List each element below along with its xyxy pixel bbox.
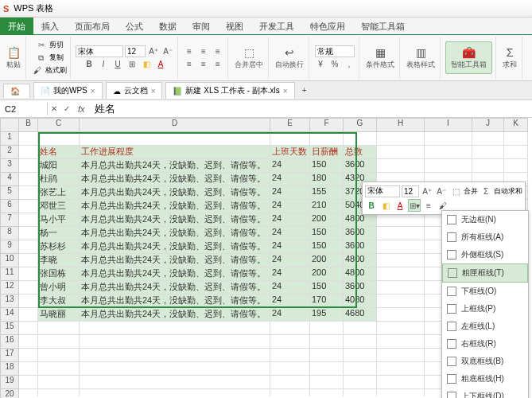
cell[interactable] <box>310 132 344 146</box>
cell[interactable] <box>270 376 310 389</box>
font-family-select[interactable] <box>76 45 123 57</box>
col-header-B[interactable]: B <box>19 118 38 132</box>
border-menu-item[interactable]: 双底框线(B) <box>442 353 528 370</box>
border-button[interactable]: ⊞ <box>126 58 138 71</box>
cell[interactable]: 155 <box>310 186 344 200</box>
cell[interactable]: 姓名 <box>38 146 80 159</box>
cell[interactable]: 170 <box>310 295 344 308</box>
cell[interactable] <box>19 213 38 227</box>
cell[interactable] <box>38 389 80 396</box>
cell[interactable]: 李晓 <box>38 254 80 267</box>
cell[interactable]: 200 <box>310 254 344 267</box>
formula-input[interactable] <box>90 101 532 116</box>
select-all-corner[interactable] <box>0 118 19 132</box>
cell[interactable] <box>344 132 377 146</box>
row-header[interactable]: 14 <box>0 308 19 322</box>
row-header[interactable]: 3 <box>0 159 19 173</box>
cell[interactable] <box>80 322 270 335</box>
cell[interactable]: 日薪酬 <box>310 146 344 159</box>
menu-开始[interactable]: 开始 <box>0 18 33 34</box>
cell[interactable] <box>310 362 344 376</box>
cell[interactable]: 本月总共出勤共24天，没缺勤、迟到、请假等。（全勤） <box>80 240 270 254</box>
format-painter-button[interactable]: 🖌 <box>31 64 44 77</box>
col-header-H[interactable]: H <box>377 118 425 132</box>
underline-button[interactable]: U <box>111 58 124 71</box>
cell[interactable]: 杜鹃 <box>38 173 80 186</box>
cell[interactable]: 4080 <box>344 295 377 308</box>
cell[interactable] <box>472 132 504 146</box>
row-header[interactable]: 19 <box>0 376 19 389</box>
mini-font-select[interactable] <box>365 185 400 197</box>
cell[interactable]: 200 <box>310 267 344 281</box>
cell[interactable] <box>377 362 425 376</box>
cell[interactable]: 城阳 <box>38 159 80 173</box>
fx-cancel-icon[interactable]: ✕ <box>48 103 60 115</box>
cell[interactable]: 24 <box>270 173 310 186</box>
doc-tab[interactable]: 🏠 <box>3 84 30 98</box>
cell[interactable]: 150 <box>310 240 344 254</box>
close-icon[interactable]: × <box>91 87 95 96</box>
fill-color-button[interactable]: ◧ <box>140 58 153 71</box>
cell[interactable] <box>377 213 425 227</box>
italic-button[interactable]: I <box>97 58 110 71</box>
cell[interactable]: 3600 <box>344 159 377 173</box>
cell[interactable] <box>310 389 344 396</box>
cell[interactable] <box>377 295 425 308</box>
cell[interactable] <box>344 349 377 362</box>
cell[interactable] <box>344 376 377 389</box>
bold-button[interactable]: B <box>83 58 95 71</box>
row-header[interactable]: 4 <box>0 173 19 186</box>
align-top-icon[interactable]: ≡ <box>183 45 196 58</box>
cell[interactable] <box>425 132 472 146</box>
cell[interactable]: 张国栋 <box>38 267 80 281</box>
cell[interactable]: 马小平 <box>38 213 80 227</box>
cell[interactable]: 本月总共出勤共24天，没缺勤、迟到、请假等。（全勤） <box>80 173 270 186</box>
cell[interactable] <box>377 322 425 335</box>
cell[interactable] <box>270 335 310 349</box>
cell[interactable]: 本月总共出勤共24天，没缺勤、迟到、请假等。（全勤） <box>80 186 270 200</box>
cell[interactable]: 24 <box>270 200 310 213</box>
menu-特色应用[interactable]: 特色应用 <box>302 18 353 34</box>
cell[interactable]: 马晓丽 <box>38 308 80 322</box>
border-menu-item[interactable]: 右框线(R) <box>442 335 528 353</box>
wrap-button[interactable]: ↩自动换行 <box>274 44 305 72</box>
smart-tools-button[interactable]: 🧰智能工具箱 <box>445 41 492 74</box>
cell[interactable] <box>19 186 38 200</box>
cell[interactable] <box>270 322 310 335</box>
doc-tab[interactable]: ☁云文档× <box>106 82 163 99</box>
row-header[interactable]: 11 <box>0 267 19 281</box>
mini-size-select[interactable] <box>402 185 419 197</box>
row-header[interactable]: 18 <box>0 362 19 376</box>
cell[interactable] <box>19 349 38 362</box>
border-menu-item[interactable]: 上框线(P) <box>442 300 528 318</box>
align-center-icon[interactable]: ≡ <box>197 58 210 71</box>
cell[interactable]: 24 <box>270 308 310 322</box>
doc-tab[interactable]: 📄我的WPS× <box>33 82 103 99</box>
cell[interactable] <box>38 376 80 389</box>
cell[interactable] <box>310 335 344 349</box>
border-menu-item[interactable]: 外侧框线(S) <box>442 246 528 263</box>
align-left-icon[interactable]: ≡ <box>183 58 196 71</box>
mini-merge-button[interactable]: ⬚ <box>449 185 462 197</box>
font-size-select[interactable] <box>125 45 146 57</box>
cut-button[interactable]: ✂ <box>35 39 48 52</box>
cell[interactable]: 总数 <box>344 146 377 159</box>
cell[interactable] <box>38 322 80 335</box>
cell[interactable] <box>270 349 310 362</box>
cell[interactable] <box>377 376 425 389</box>
cell[interactable] <box>19 281 38 295</box>
cond-format-button[interactable]: ▦条件格式 <box>364 44 396 72</box>
cell[interactable]: 200 <box>310 213 344 227</box>
cell[interactable] <box>377 146 425 159</box>
cell[interactable]: 苏杉杉 <box>38 240 80 254</box>
cell[interactable]: 李大叔 <box>38 295 80 308</box>
row-header[interactable]: 6 <box>0 200 19 213</box>
cell[interactable] <box>377 281 425 295</box>
cell[interactable] <box>270 389 310 396</box>
cell[interactable] <box>80 132 270 146</box>
border-menu-item[interactable]: 无边框(N) <box>442 211 528 228</box>
mini-font-color-button[interactable]: A <box>394 199 406 212</box>
cell[interactable] <box>377 132 425 146</box>
cell[interactable] <box>19 132 38 146</box>
cell[interactable] <box>377 389 425 396</box>
